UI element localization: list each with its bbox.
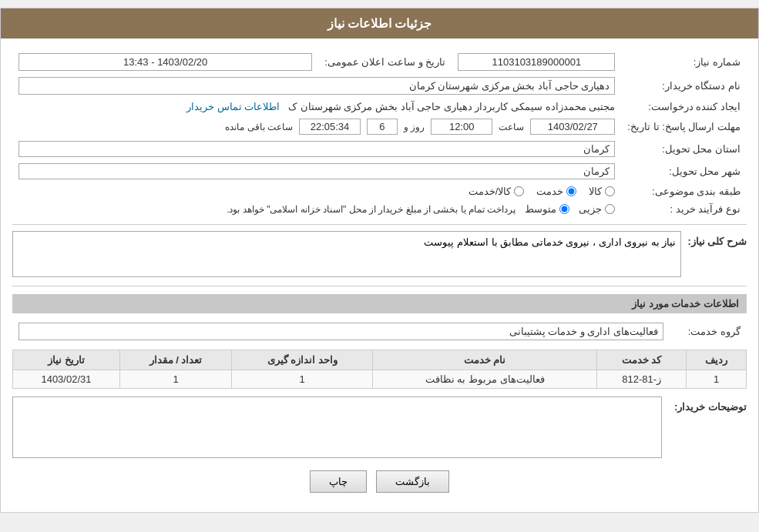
- description-input[interactable]: نیاز به نیروی اداری ، نیروی خدماتی مطابق…: [12, 231, 681, 277]
- service-group-label: گروه خدمت:: [670, 320, 747, 343]
- cell-name: فعالیت‌های مربوط به نظافت: [373, 370, 597, 389]
- buyer-description-label: توضیحات خریدار:: [670, 396, 747, 413]
- col-unit: واحد اندازه گیری: [232, 350, 373, 370]
- category-kala-khedmat-radio[interactable]: [514, 186, 524, 196]
- deadline-row: 1403/02/27 ساعت 12:00 روز و 6 22:05:34 س…: [18, 119, 615, 135]
- cell-code: ز-81-812: [597, 370, 687, 389]
- deadline-label: مهلت ارسال پاسخ: تا تاریخ:: [621, 115, 747, 138]
- content-area: شماره نیاز: 1103103189000001 تاریخ و ساع…: [1, 38, 758, 512]
- cell-row: 1: [687, 370, 747, 389]
- deadline-remaining: 22:05:34: [299, 119, 361, 135]
- buyer-org-value: دهیاری حاجی آباد بخش مرکزی شهرستان کرمان: [18, 77, 615, 95]
- services-table: ردیف کد خدمت نام خدمت واحد اندازه گیری ت…: [12, 350, 747, 389]
- cell-count: 1: [119, 370, 231, 389]
- table-row: 1 ز-81-812 فعالیت‌های مربوط به نظافت 1 1…: [13, 370, 747, 389]
- process-type-label: نوع فرآیند خرید :: [621, 200, 747, 218]
- category-khedmat-label: خدمت: [536, 186, 563, 197]
- deadline-time: 12:00: [431, 119, 492, 135]
- col-name: نام خدمت: [373, 350, 597, 370]
- province-value: کرمان: [18, 141, 615, 157]
- category-kala-radio[interactable]: [605, 186, 615, 196]
- buyer-description-section: توضیحات خریدار:: [12, 396, 747, 458]
- contact-link[interactable]: اطلاعات تماس خریدار: [186, 101, 280, 112]
- deadline-days: 6: [367, 119, 398, 135]
- time-label: ساعت: [499, 122, 524, 132]
- process-motavaset-radio[interactable]: [559, 204, 569, 214]
- buttons-row: بازگشت چاپ: [12, 470, 747, 493]
- page-title: جزئیات اطلاعات نیاز: [327, 17, 432, 30]
- buyer-description-input[interactable]: [12, 396, 662, 458]
- header-info-table: شماره نیاز: 1103103189000001 تاریخ و ساع…: [12, 50, 747, 218]
- process-motavaset-label: متوسط: [525, 203, 556, 215]
- divider-1: [12, 224, 747, 225]
- category-khedmat: خدمت: [536, 186, 576, 197]
- process-jozei-label: جزیی: [579, 203, 602, 215]
- process-jozei-radio[interactable]: [605, 204, 615, 214]
- service-group-table: گروه خدمت: فعالیت‌های اداری و خدمات پشتی…: [12, 320, 747, 343]
- category-khedmat-radio[interactable]: [566, 186, 576, 196]
- description-label: شرح کلی نیاز:: [687, 231, 747, 247]
- need-number-label: شماره نیاز:: [621, 50, 747, 74]
- city-value: کرمان: [18, 163, 615, 179]
- announce-datetime-value: 1403/02/20 - 13:43: [18, 53, 312, 71]
- process-motavaset: متوسط: [525, 203, 569, 215]
- back-button[interactable]: بازگشت: [376, 470, 449, 493]
- col-date: تاریخ نیاز: [13, 350, 120, 370]
- col-row: ردیف: [687, 350, 747, 370]
- service-group-value: فعالیت‌های اداری و خدمات پشتیبانی: [18, 323, 663, 340]
- process-jozei: جزیی: [579, 203, 615, 215]
- category-kala-khedmat-label: کالا/خدمت: [468, 186, 512, 197]
- cell-date: 1403/02/31: [13, 370, 120, 389]
- process-type-row: جزیی متوسط پرداخت تمام یا بخشی از مبلغ خ…: [18, 203, 615, 215]
- day-label: روز و: [404, 122, 425, 132]
- category-kala: کالا: [589, 186, 615, 197]
- category-kala-label: کالا: [589, 186, 602, 197]
- description-section: شرح کلی نیاز: نیاز به نیروی اداری ، نیرو…: [12, 231, 747, 279]
- divider-2: [12, 286, 747, 286]
- deadline-date: 1403/02/27: [530, 119, 615, 135]
- process-note: پرداخت تمام یا بخشی از مبلغ خریدار از مح…: [227, 204, 516, 215]
- remaining-label: ساعت باقی مانده: [225, 122, 293, 132]
- creator-label: ایجاد کننده درخواست:: [621, 98, 747, 115]
- creator-name: مجتبی محمدزاده سیمکی کاربردار دهیاری حاج…: [288, 101, 615, 112]
- services-section-title: اطلاعات خدمات مورد نیاز: [12, 294, 747, 313]
- page-header: جزئیات اطلاعات نیاز: [1, 8, 758, 38]
- announce-label: تاریخ و ساعت اعلان عمومی:: [318, 50, 452, 74]
- city-label: شهر محل تحویل:: [621, 160, 747, 182]
- category-kala-khedmat: کالا/خدمت: [468, 186, 525, 197]
- cell-unit: 1: [232, 370, 373, 389]
- category-label: طبقه بندی موضوعی:: [621, 182, 747, 200]
- province-label: استان محل تحویل:: [621, 138, 747, 160]
- category-radio-group: کالا خدمت کالا/خدمت: [18, 186, 615, 197]
- col-count: تعداد / مقدار: [119, 350, 231, 370]
- col-code: کد خدمت: [597, 350, 687, 370]
- page-wrapper: جزئیات اطلاعات نیاز شماره نیاز: 11031031…: [0, 8, 759, 513]
- buyer-org-label: نام دستگاه خریدار:: [621, 74, 747, 98]
- print-button[interactable]: چاپ: [310, 470, 367, 493]
- need-number-value: 1103103189000001: [458, 53, 615, 71]
